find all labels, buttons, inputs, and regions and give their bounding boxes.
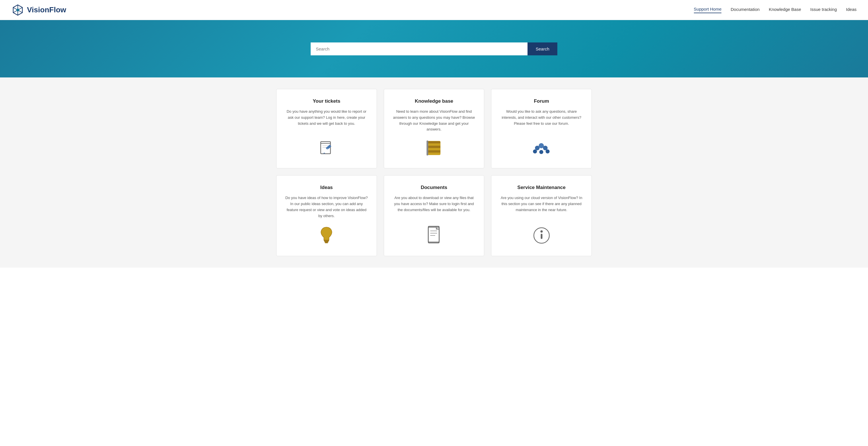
nav-support-home[interactable]: Support Home [694,7,722,13]
card-knowledge-base[interactable]: Knowledge base Need to learn more about … [384,89,485,168]
logo[interactable]: VisionFlow [11,4,66,17]
svg-rect-15 [428,150,440,153]
svg-rect-13 [428,141,440,144]
card-your-tickets[interactable]: Your tickets Do you have anything you wo… [276,89,377,168]
cards-grid: Your tickets Do you have anything you wo… [276,89,592,256]
card-title-docs: Documents [421,185,447,190]
nav-knowledge-base[interactable]: Knowledge Base [769,7,801,13]
documents-icon [426,226,442,247]
card-desc-ideas: Do you have ideas of how to improve Visi… [284,195,369,219]
forum-icon [532,139,551,159]
ideas-icon [319,226,335,247]
nav-issue-tracking[interactable]: Issue tracking [810,7,837,13]
card-documents[interactable]: Documents Are you about to download or v… [384,175,485,256]
svg-point-31 [540,230,543,233]
card-desc-docs: Are you about to download or view any fi… [392,195,476,213]
search-container: Search [311,42,557,55]
svg-rect-24 [324,241,329,242]
svg-point-4 [17,9,19,11]
svg-rect-16 [427,140,428,155]
card-title-tickets: Your tickets [313,98,340,104]
card-title-forum: Forum [534,98,549,104]
search-button[interactable]: Search [528,42,557,55]
card-desc-maintenance: Are you using our cloud version of Visio… [499,195,584,213]
card-desc-kb: Need to learn more about VisionFlow and … [392,109,476,132]
hero-banner: Search [0,20,868,77]
card-desc-tickets: Do you have anything you would like to r… [284,109,369,126]
nav-documentation[interactable]: Documentation [731,7,760,13]
svg-point-20 [533,150,537,154]
card-forum[interactable]: Forum Would you like to ask any question… [491,89,592,168]
knowledge-base-icon [425,139,443,159]
svg-rect-23 [324,240,329,241]
search-input[interactable] [311,42,528,55]
logo-icon [11,4,24,17]
card-title-kb: Knowledge base [415,98,453,104]
card-service-maintenance[interactable]: Service Maintenance Are you using our cl… [491,175,592,256]
card-title-maintenance: Service Maintenance [518,185,566,190]
card-title-ideas: Ideas [320,185,333,190]
svg-rect-25 [325,242,328,243]
logo-text: VisionFlow [27,5,66,14]
cards-section: Your tickets Do you have anything you wo… [0,77,868,267]
svg-point-21 [539,150,543,154]
header: VisionFlow Support Home Documentation Kn… [0,0,868,20]
nav-ideas[interactable]: Ideas [846,7,857,13]
card-ideas[interactable]: Ideas Do you have ideas of how to improv… [276,175,377,256]
ticket-icon [318,139,335,159]
svg-rect-14 [428,146,440,148]
svg-line-11 [324,149,328,153]
svg-rect-32 [541,234,542,239]
service-maintenance-icon [533,227,551,247]
card-desc-forum: Would you like to ask any questions, sha… [499,109,584,126]
svg-point-22 [546,150,550,154]
main-nav: Support Home Documentation Knowledge Bas… [694,7,857,13]
